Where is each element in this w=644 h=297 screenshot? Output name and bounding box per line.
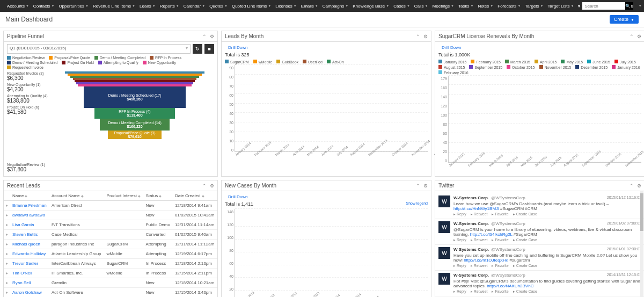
legend-item: Requested Invoice (7, 66, 43, 69)
row-caret-icon[interactable]: ▸ (4, 278, 10, 288)
table-row[interactable]: ▸awdawd awdawdNew01/02/2015 10:43am (4, 211, 217, 220)
tweet-action[interactable]: ▸ Favorite (492, 289, 508, 293)
notifications-button[interactable]: 8 (631, 2, 633, 10)
nav-item[interactable]: Opportunities▼ (56, 4, 91, 9)
refresh-icon[interactable]: ↻ (193, 44, 202, 54)
row-caret-icon[interactable]: ▸ (4, 211, 10, 220)
gear-icon[interactable]: ⚙ (637, 34, 641, 39)
tweet-action[interactable]: ▸ Create Case (513, 212, 537, 216)
tweet-action[interactable]: ▸ Create Case (513, 289, 537, 293)
drill-down-link[interactable]: Drill Down (225, 44, 251, 51)
nav-item[interactable]: Accounts▼ (5, 4, 31, 9)
funnel-band[interactable]: Demo / Meeting Completed (14)$166,220 (100, 119, 170, 131)
nav-item[interactable]: Campaigns▼ (320, 4, 350, 9)
nav-item[interactable]: Licenses▼ (273, 4, 299, 9)
row-caret-icon[interactable]: ▸ (4, 230, 10, 240)
nav-item[interactable]: Leads▼ (137, 4, 158, 9)
drill-down-link[interactable]: Drill Down (225, 193, 251, 200)
gear-icon[interactable]: ⚙ (210, 34, 214, 39)
nav-item[interactable]: Forecasts▼ (495, 4, 523, 9)
tweet-action[interactable]: ▸ Create Case (513, 264, 537, 267)
dashlet-title: Recent Leads (7, 183, 40, 189)
tweet-avatar[interactable]: W (438, 247, 450, 259)
table-row[interactable]: ▸Trevor SadlerInterCaribbean AirwaysSuga… (4, 259, 217, 269)
period-select[interactable]: Q1 (01/01/2015 - 03/31/2015) ▾ (7, 44, 191, 54)
table-row[interactable]: ▸Aaron GolshawAct-On SoftwareNew12/15/20… (4, 288, 217, 298)
tweet-action[interactable]: ▸ Reply (453, 238, 466, 242)
nav-item[interactable]: Calls▼ (412, 4, 430, 9)
legend-item: Demo / Meeting Completed (94, 56, 145, 60)
tweet-action[interactable]: ▸ Retweet (471, 238, 488, 242)
create-button[interactable]: Create▼ (610, 15, 639, 24)
search-button[interactable]: 🔍 (625, 2, 631, 10)
funnel-band[interactable]: Demo / Meeting Scheduled (17)$496,260 (84, 86, 186, 108)
row-caret-icon[interactable]: ▸ (4, 249, 10, 259)
tweet-action[interactable]: ▸ Retweet (471, 289, 488, 293)
nav-item[interactable]: Calendar▼ (181, 4, 207, 9)
gear-icon[interactable]: ⚙ (423, 183, 428, 189)
nav-item[interactable]: Cases▼ (391, 4, 412, 9)
nav-item[interactable]: Notes▼ (475, 4, 495, 9)
table-header[interactable]: Name◆ (10, 191, 49, 201)
gear-icon[interactable]: ⚙ (423, 34, 428, 39)
nav-item[interactable]: Contacts▼ (31, 4, 57, 9)
collapse-icon[interactable]: ⌃ (630, 34, 634, 39)
nav-item[interactable]: Reports▼ (158, 4, 181, 9)
row-caret-icon[interactable]: ▸ (4, 269, 10, 278)
tweet-action[interactable]: ▸ Retweet (471, 264, 488, 267)
collapse-icon[interactable]: ⌃ (202, 34, 207, 39)
row-caret-icon[interactable]: ▸ (4, 259, 10, 269)
table-row[interactable]: ▸Brianna FriedmanAmerican DirectNew12/18… (4, 201, 217, 211)
collapse-icon[interactable]: ⌃ (630, 183, 634, 189)
funnel-stat: New Opportunity (1)$4,200 (7, 83, 55, 92)
table-row[interactable]: ▸Lisa GarciaF/T TransitionsPublic Demo12… (4, 220, 217, 230)
tweet-avatar[interactable]: W (438, 195, 450, 207)
row-caret-icon[interactable]: ▸ (4, 201, 10, 211)
gear-icon[interactable]: ⚙ (210, 183, 214, 189)
nav-item[interactable]: Tasks▼ (456, 4, 475, 9)
drill-down-link[interactable]: Drill Down (438, 44, 464, 51)
tweet-avatar[interactable]: W (438, 221, 450, 233)
row-caret-icon[interactable]: ▸ (4, 288, 10, 298)
table-row[interactable]: ▸Tim O'NeilIT Smarties, Inc.wMobileIn Pr… (4, 269, 217, 278)
funnel-band[interactable]: Proposal/Price Quote (3)$79,610 (108, 131, 162, 139)
funnel-band[interactable]: RFP In Process (4)$113,400 (94, 108, 175, 119)
nav-more[interactable]: ▾ (576, 4, 582, 9)
nav-item[interactable]: Revenue Line Items▼ (91, 4, 137, 9)
table-row[interactable]: ▸Steven BettisCase MedicalConverted01/02… (4, 230, 217, 240)
collapse-icon[interactable]: ⌃ (416, 34, 420, 39)
table-header[interactable]: Date Created◆ (173, 191, 217, 201)
tweet-action[interactable]: ▸ Reply (453, 289, 466, 293)
nav-item[interactable]: Emails▼ (299, 4, 320, 9)
table-header[interactable]: Account Name◆ (49, 191, 105, 201)
row-caret-icon[interactable]: ▸ (4, 220, 10, 230)
tweet-action[interactable]: ▸ Favorite (492, 212, 508, 216)
collapse-icon[interactable]: ⌃ (202, 183, 207, 189)
tweet-avatar[interactable]: W (438, 273, 450, 285)
tweet-action[interactable]: ▸ Retweet (471, 212, 488, 216)
table-row[interactable]: ▸Edwardo HollidayAtlantic Leadership Gro… (4, 249, 217, 259)
nav-item[interactable]: Meetings▼ (430, 4, 456, 9)
table-header[interactable]: Status◆ (143, 191, 172, 201)
nav-item[interactable]: Quoted Line Items▼ (230, 4, 273, 9)
scrollbar-thumb[interactable] (640, 193, 643, 231)
table-header[interactable]: Product Interest◆ (105, 191, 144, 201)
row-caret-icon[interactable]: ▸ (4, 240, 10, 249)
tweet-action[interactable]: ▸ Create Case (513, 238, 537, 242)
save-view-icon[interactable]: ■ (204, 44, 214, 54)
search-input[interactable] (582, 2, 625, 10)
user-menu-caret[interactable]: ▼ (635, 4, 644, 8)
nav-item[interactable]: Knowledge Base▼ (350, 4, 391, 9)
show-legend-link[interactable]: Show legend (406, 201, 428, 205)
tweet-action[interactable]: ▸ Favorite (492, 238, 508, 242)
tweet-action[interactable]: ▸ Reply (453, 212, 466, 216)
nav-item[interactable]: Target Lists▼ (546, 4, 576, 9)
tweet-action[interactable]: ▸ Reply (453, 264, 466, 267)
gear-icon[interactable]: ⚙ (637, 183, 641, 189)
nav-item[interactable]: Targets▼ (523, 4, 545, 9)
table-row[interactable]: ▸Ryan SellGremlinNew12/18/2014 10:21am (4, 278, 217, 288)
table-row[interactable]: ▸Michael queenparagon Industries IncSuga… (4, 240, 217, 249)
nav-item[interactable]: Quotes▼ (207, 4, 230, 9)
collapse-icon[interactable]: ⌃ (416, 183, 420, 189)
tweet-action[interactable]: ▸ Favorite (492, 264, 508, 267)
